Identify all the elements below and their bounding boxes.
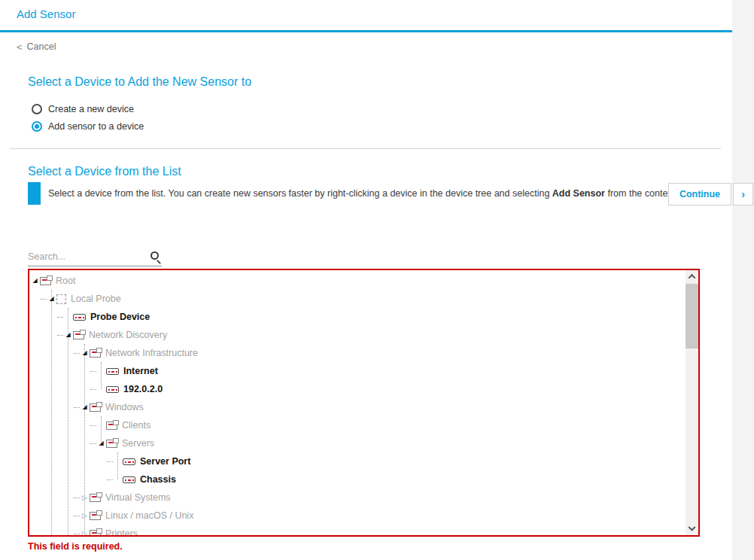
tree-connector [107, 479, 113, 480]
tree-item-label: Network Discovery [89, 330, 167, 340]
radio-selected-icon[interactable] [32, 121, 42, 132]
section-divider [10, 148, 721, 149]
device-icon [106, 386, 119, 393]
tree-item-network-discovery[interactable]: ◢ Network Discovery [29, 326, 686, 344]
tree-connector [41, 299, 47, 300]
tree-connector [107, 461, 113, 462]
tree-item-192-0-2-0[interactable]: 192.0.2.0 [29, 380, 686, 398]
tree-item-label: Probe Device [90, 312, 150, 322]
tree-item-label: 192.0.2.0 [123, 384, 163, 394]
tree-item-clients[interactable]: Clients [29, 416, 686, 434]
add-sensor-page: Add Sensor < Cancel Select a Device to A… [0, 0, 754, 560]
group-icon [90, 512, 101, 520]
group-icon [40, 277, 51, 285]
tree-item-internet[interactable]: Internet [29, 362, 686, 380]
scrollbar-thumb[interactable] [686, 284, 698, 348]
tree-connector [74, 498, 80, 498]
expander-slot[interactable]: ◢ [80, 344, 90, 362]
expander-slot[interactable]: ◢ [30, 272, 40, 290]
tree-item-linux-macos-unix[interactable]: ▷ Linux / macOS / Unix [29, 507, 686, 525]
radio-label: Add sensor to a device [48, 121, 144, 132]
tree-item-servers[interactable]: ◢ Servers [29, 434, 686, 452]
chevron-up-icon [689, 273, 696, 281]
tree-item-label: Chassis [140, 474, 176, 485]
tree-connector [74, 534, 80, 534]
tree-item-label: Server Port [140, 456, 190, 467]
tree-item-label: Virtual Systems [105, 492, 171, 503]
tree-connector [74, 407, 80, 408]
tree-scrollbar[interactable] [686, 270, 698, 535]
tree-item-printers[interactable]: ▷ Printers [29, 525, 686, 535]
group-icon [106, 440, 117, 448]
device-search [28, 249, 162, 266]
tree-item-label: Root [56, 275, 75, 286]
info-icon [28, 182, 41, 205]
scroll-down-button[interactable] [686, 523, 698, 535]
validation-message: This field is required. [28, 541, 123, 552]
expander-slot[interactable]: ▷ [80, 507, 90, 525]
expander-slot[interactable]: ▷ [80, 488, 90, 507]
search-icon[interactable] [150, 251, 159, 260]
tree-item-label: Internet [123, 366, 158, 376]
radio-unselected-icon[interactable] [32, 104, 42, 114]
info-message: Select a device from the list. You can c… [48, 182, 704, 205]
group-icon [90, 349, 101, 358]
tree-item-probe-device[interactable]: Probe Device [29, 308, 686, 326]
group-icon [73, 331, 84, 339]
expander-slot[interactable]: ▷ [80, 525, 90, 535]
group-icon [90, 494, 101, 502]
tree-item-chassis[interactable]: Chassis [29, 470, 686, 488]
tree-item-network-infrastructure[interactable]: ◢ Network Infrastructure [29, 344, 686, 362]
tree-item-root[interactable]: ◢ Root [29, 272, 686, 290]
tree-item-label: Local Probe [71, 294, 121, 304]
tree-connector [90, 389, 96, 390]
info-message-bold: Add Sensor [552, 188, 605, 199]
device-tree: ◢ Root ◢ Local Probe Probe Device ◢ Netw… [28, 269, 700, 537]
cancel-label: Cancel [27, 41, 56, 52]
page-title: Add Sensor [17, 8, 75, 20]
info-message-text: Select a device from the list. You can c… [48, 188, 552, 199]
tree-item-local-probe[interactable]: ◢ Local Probe [29, 290, 686, 308]
device-icon [73, 314, 86, 321]
group-icon [106, 422, 117, 430]
tree-connector [74, 353, 80, 354]
probe-icon [56, 294, 66, 304]
radio-add-sensor-to-device[interactable]: Add sensor to a device [32, 117, 144, 135]
expander-slot[interactable]: ◢ [63, 326, 73, 344]
device-tree-rows: ◢ Root ◢ Local Probe Probe Device ◢ Netw… [29, 272, 686, 535]
tree-item-windows[interactable]: ◢ Windows [29, 398, 686, 416]
scroll-up-button[interactable] [686, 270, 698, 282]
chevron-down-icon [689, 523, 696, 531]
tree-connector [57, 335, 63, 336]
tree-connector [74, 516, 80, 516]
device-choice-radio-group: Create a new device Add sensor to a devi… [32, 100, 144, 135]
page-right-gutter [732, 0, 754, 560]
search-input[interactable] [28, 249, 162, 266]
cancel-link[interactable]: < Cancel [17, 41, 56, 52]
tree-connector [90, 425, 96, 426]
tree-connector [57, 317, 63, 318]
tree-item-label: Windows [105, 402, 144, 412]
chevron-right-icon: › [741, 188, 745, 200]
radio-create-new-device[interactable]: Create a new device [32, 100, 144, 117]
tree-connector [90, 371, 96, 372]
continue-button[interactable]: Continue [668, 183, 731, 205]
tree-item-virtual-systems[interactable]: ▷ Virtual Systems [29, 488, 686, 507]
section-heading-device-list: Select a Device from the List [28, 165, 181, 178]
expander-slot[interactable]: ◢ [96, 434, 106, 452]
title-accent-rule [0, 30, 732, 32]
tree-item-label: Clients [122, 420, 150, 431]
expander-slot[interactable]: ◢ [80, 398, 90, 416]
tree-item-server-port[interactable]: Server Port [29, 452, 686, 470]
radio-label: Create a new device [48, 104, 134, 114]
tree-item-label: Servers [122, 438, 154, 449]
tree-connector [90, 443, 96, 444]
tree-item-label: Network Infrastructure [105, 348, 198, 358]
continue-arrow-button[interactable]: › [733, 183, 753, 205]
device-icon [123, 458, 135, 465]
chevron-left-icon: < [17, 42, 23, 52]
tree-item-label: Linux / macOS / Unix [105, 510, 193, 521]
device-icon [123, 476, 135, 483]
expander-slot[interactable]: ◢ [47, 290, 56, 308]
tree-item-label: Printers [105, 528, 138, 535]
